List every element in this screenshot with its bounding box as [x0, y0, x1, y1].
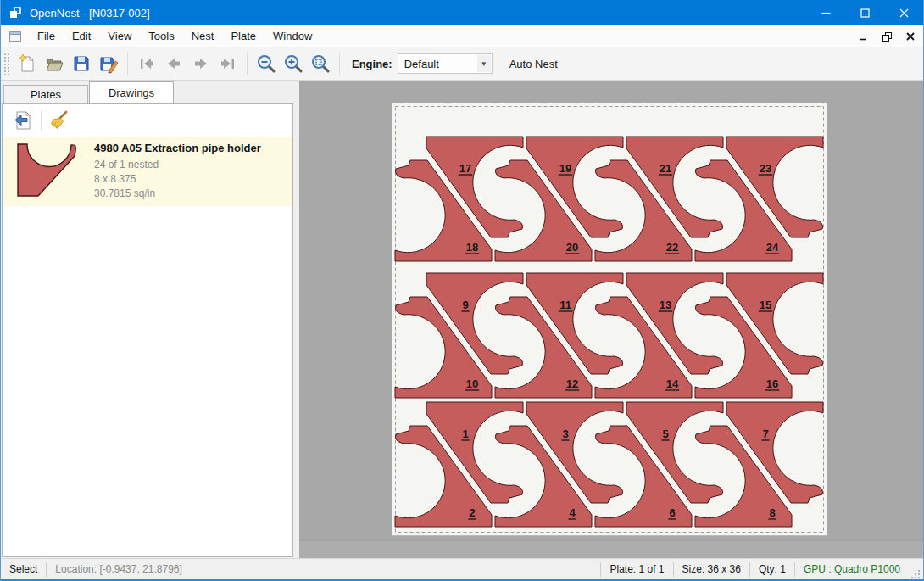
status-location: Location: [-0.9437, 21.8796]: [47, 563, 190, 575]
zoom-fit-button[interactable]: [307, 50, 334, 77]
part-number-label: 5: [662, 427, 668, 440]
part-number-label: 2: [469, 506, 475, 519]
menu-plate[interactable]: Plate: [222, 26, 264, 46]
part-number-label: 20: [566, 241, 578, 254]
auto-nest-button[interactable]: Auto Nest: [503, 53, 565, 75]
mdi-restore-icon: [882, 32, 892, 42]
clear-drawings-button[interactable]: [46, 108, 73, 133]
first-plate-button[interactable]: [133, 50, 160, 77]
last-plate-button[interactable]: [214, 50, 242, 77]
part-number-label: 9: [462, 299, 468, 311]
new-button[interactable]: [14, 50, 41, 77]
toolbar-separator: [41, 110, 42, 131]
mdi-close-icon: [906, 32, 915, 41]
toolbar-separator: [247, 53, 248, 75]
maximize-icon: [860, 8, 870, 18]
canvas-scroll-strip: [299, 540, 923, 558]
toolbar-grip[interactable]: [3, 53, 10, 75]
part-thumbnail: [14, 142, 81, 201]
status-bar: Select Location: [-0.9437, 21.8796] Plat…: [1, 558, 923, 579]
drawings-toolbar: [3, 104, 292, 137]
next-plate-button[interactable]: [187, 50, 214, 77]
toolbar-separator: [339, 53, 340, 75]
window-maximize-button[interactable]: [845, 0, 884, 25]
minimize-icon: [821, 8, 831, 18]
zoom-out-icon: [256, 53, 276, 74]
mdi-restore-button[interactable]: [879, 29, 894, 44]
zoom-fit-icon: [310, 53, 331, 74]
zoom-out-button[interactable]: [253, 50, 280, 77]
part-number-label: 8: [769, 506, 775, 519]
part-number-label: 14: [666, 377, 679, 390]
go-previous-arrow-icon: [164, 53, 184, 74]
new-document-icon: [17, 53, 37, 74]
return-drawing-button[interactable]: [9, 108, 36, 133]
mdi-minimize-icon: [859, 32, 867, 41]
drawing-dimensions: 8 x 8.375: [94, 172, 261, 187]
menu-edit[interactable]: Edit: [64, 26, 99, 46]
save-floppy-icon: [71, 53, 92, 74]
go-first-arrow-icon: [136, 53, 157, 74]
menu-file[interactable]: File: [29, 26, 64, 46]
previous-plate-button[interactable]: [160, 50, 187, 77]
part-number-label: 17: [459, 162, 471, 175]
left-panel: Plates Drawings: [1, 81, 299, 558]
drawing-list-item[interactable]: 4980 A05 Extraction pipe holder 24 of 1 …: [3, 137, 292, 206]
menu-window[interactable]: Window: [264, 26, 320, 46]
close-icon: [899, 8, 909, 18]
nest-canvas[interactable]: 171819202122232491011121314151612345678: [299, 81, 923, 558]
document-back-arrow-icon: [12, 109, 34, 131]
broom-icon: [48, 109, 70, 131]
app-logo-icon: [8, 6, 22, 20]
main-toolbar: Engine: Default ▼ Auto Nest: [1, 47, 923, 81]
window-minimize-button[interactable]: [806, 0, 845, 25]
menu-tools[interactable]: Tools: [140, 26, 182, 46]
drawing-area: 30.7815 sq/in: [94, 187, 261, 201]
engine-select[interactable]: Default ▼: [398, 53, 493, 74]
engine-selected-value: Default: [404, 58, 439, 70]
menu-nest[interactable]: Nest: [183, 26, 223, 46]
status-qty: Qty: 1: [750, 559, 794, 579]
save-edit-button[interactable]: [95, 50, 122, 77]
part-number-label: 21: [660, 162, 671, 175]
zoom-in-button[interactable]: [280, 50, 307, 77]
tab-plates[interactable]: Plates: [3, 85, 88, 103]
zoom-in-icon: [283, 53, 303, 74]
part-number-label: 1: [462, 427, 468, 440]
engine-label: Engine:: [352, 58, 392, 70]
status-gpu: GPU : Quadro P1000: [795, 559, 909, 579]
status-mode: Select: [1, 563, 46, 575]
part-number-label: 10: [466, 377, 478, 390]
plate-view[interactable]: 171819202122232491011121314151612345678: [392, 103, 827, 536]
part-number-label: 19: [559, 162, 571, 175]
part-number-label: 3: [562, 427, 568, 440]
mdi-close-button[interactable]: [903, 29, 918, 44]
part-number-label: 6: [669, 506, 675, 519]
part-number-label: 15: [760, 299, 771, 311]
open-folder-icon: [44, 53, 64, 74]
go-next-arrow-icon: [191, 53, 211, 74]
title-bar: OpenNest - [N0317-002]: [1, 0, 923, 25]
tab-drawings[interactable]: Drawings: [89, 81, 174, 103]
chevron-down-icon[interactable]: ▼: [477, 55, 491, 72]
part-number-label: 13: [660, 299, 671, 311]
drawing-nested-count: 24 of 1 nested: [94, 158, 261, 172]
status-plate: Plate: 1 of 1: [601, 559, 672, 579]
part-number-label: 4: [569, 506, 576, 519]
window-close-button[interactable]: [884, 0, 923, 25]
part-number-label: 7: [762, 427, 768, 440]
menu-bar: File Edit View Tools Nest Plate Window: [1, 25, 923, 47]
resize-grip-icon[interactable]: [910, 569, 921, 579]
part-number-label: 11: [559, 299, 571, 311]
part-number-label: 22: [666, 241, 678, 254]
menu-view[interactable]: View: [99, 26, 140, 46]
part-number-label: 23: [760, 162, 771, 175]
save-button[interactable]: [68, 50, 95, 77]
window-title: OpenNest - [N0317-002]: [30, 7, 150, 20]
open-button[interactable]: [41, 50, 68, 77]
mdi-document-icon: [8, 30, 22, 43]
drawings-tab-page: 4980 A05 Extraction pipe holder 24 of 1 …: [2, 103, 293, 557]
go-last-arrow-icon: [218, 53, 238, 74]
mdi-minimize-button[interactable]: [855, 29, 871, 44]
toolbar-separator: [127, 53, 128, 75]
